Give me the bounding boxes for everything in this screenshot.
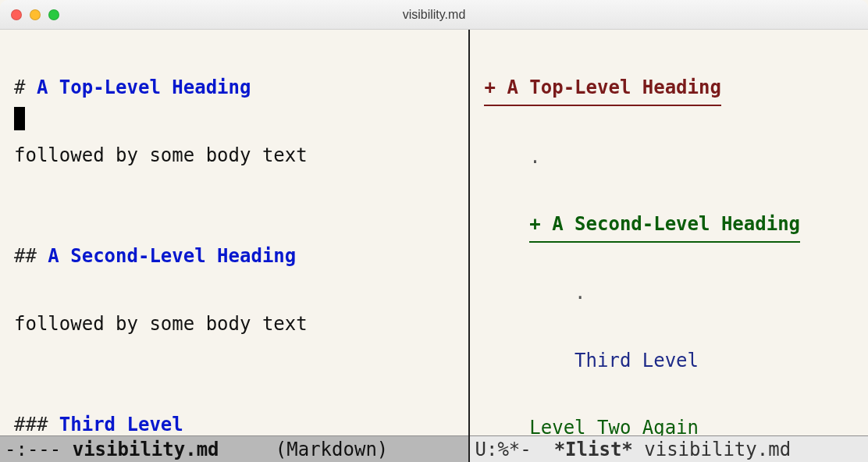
- modeline-left-mode: (Markdown): [276, 439, 389, 460]
- modeline-right-status: U:%*-: [475, 439, 553, 460]
- ilist-item-l1[interactable]: + A Top-Level Heading: [484, 71, 720, 106]
- modeline-left-status: -:---: [5, 439, 73, 460]
- ilist-item-l3[interactable]: Third Level: [575, 350, 699, 371]
- ilist-item-l2[interactable]: + A Second-Level Heading: [529, 208, 800, 243]
- ilist-pane: + A Top-Level Heading . + A Second-Level…: [468, 30, 868, 462]
- modeline-right-tail: visibility.md: [633, 439, 791, 460]
- h3-marker: ###: [14, 414, 59, 435]
- editor-frame: # A Top-Level Heading followed by some b…: [0, 30, 868, 462]
- ilist-dot: .: [529, 146, 540, 168]
- modeline-left: -:--- visibility.md (Markdown): [0, 435, 468, 462]
- text-cursor: [14, 107, 25, 130]
- h3-text: Third Level: [59, 414, 183, 435]
- window-title: visibility.md: [0, 8, 868, 22]
- h1-marker: #: [14, 76, 37, 98]
- markdown-buffer[interactable]: # A Top-Level Heading followed by some b…: [0, 30, 468, 435]
- body-text-2: followed by some body text: [14, 313, 308, 335]
- modeline-right: U:%*- *Ilist* visibility.md: [470, 435, 868, 462]
- ilist-item-l2b[interactable]: Level Two Again: [529, 417, 699, 435]
- markdown-pane: # A Top-Level Heading followed by some b…: [0, 30, 468, 462]
- window-titlebar: visibility.md: [0, 0, 868, 30]
- ilist-dot: .: [575, 282, 585, 304]
- modeline-left-spacer: [219, 439, 276, 460]
- h2-marker: ##: [14, 245, 48, 267]
- modeline-right-bufname: *Ilist*: [554, 439, 633, 460]
- h1-text: A Top-Level Heading: [37, 76, 251, 98]
- modeline-left-bufname: visibility.md: [73, 439, 219, 460]
- h2-text: A Second-Level Heading: [48, 245, 296, 267]
- body-text-1: followed by some body text: [14, 144, 308, 166]
- ilist-buffer[interactable]: + A Top-Level Heading . + A Second-Level…: [470, 30, 868, 435]
